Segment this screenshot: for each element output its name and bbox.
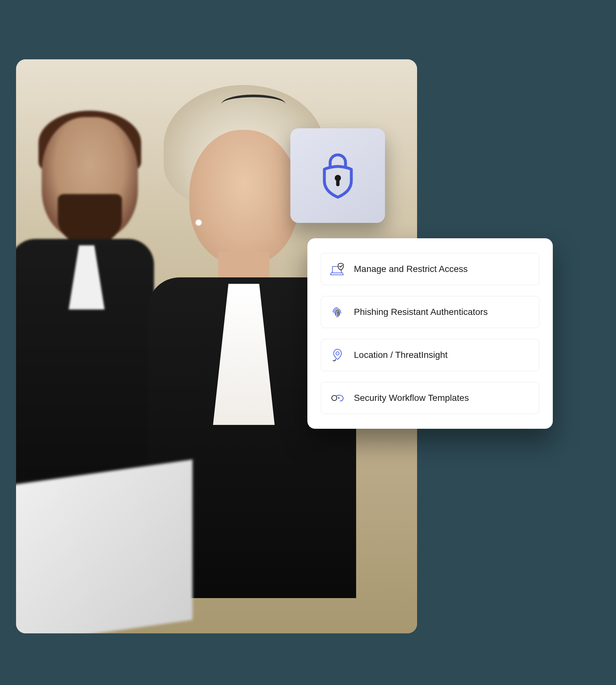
feature-label: Location / ThreatInsight <box>354 350 447 360</box>
svg-point-5 <box>338 397 339 398</box>
svg-point-3 <box>336 352 339 355</box>
feature-panel: Manage and Restrict Access Phishing Resi… <box>307 238 553 429</box>
laptop-prop <box>16 460 193 633</box>
svg-rect-1 <box>336 179 339 186</box>
lock-badge-card <box>290 128 385 223</box>
lock-shield-icon <box>314 149 362 202</box>
feature-manage-access[interactable]: Manage and Restrict Access <box>321 253 539 285</box>
fingerprint-icon <box>330 304 346 320</box>
workflow-link-icon <box>330 390 346 406</box>
hero-composition: Manage and Restrict Access Phishing Resi… <box>16 59 600 669</box>
laptop-shield-icon <box>330 261 346 277</box>
location-pin-icon <box>330 347 346 363</box>
feature-workflow-templates[interactable]: Security Workflow Templates <box>321 382 539 414</box>
feature-label: Manage and Restrict Access <box>354 264 468 274</box>
feature-label: Security Workflow Templates <box>354 393 469 403</box>
feature-label: Phishing Resistant Authenticators <box>354 307 488 317</box>
feature-location-threat[interactable]: Location / ThreatInsight <box>321 339 539 371</box>
feature-phishing-resistant[interactable]: Phishing Resistant Authenticators <box>321 296 539 328</box>
